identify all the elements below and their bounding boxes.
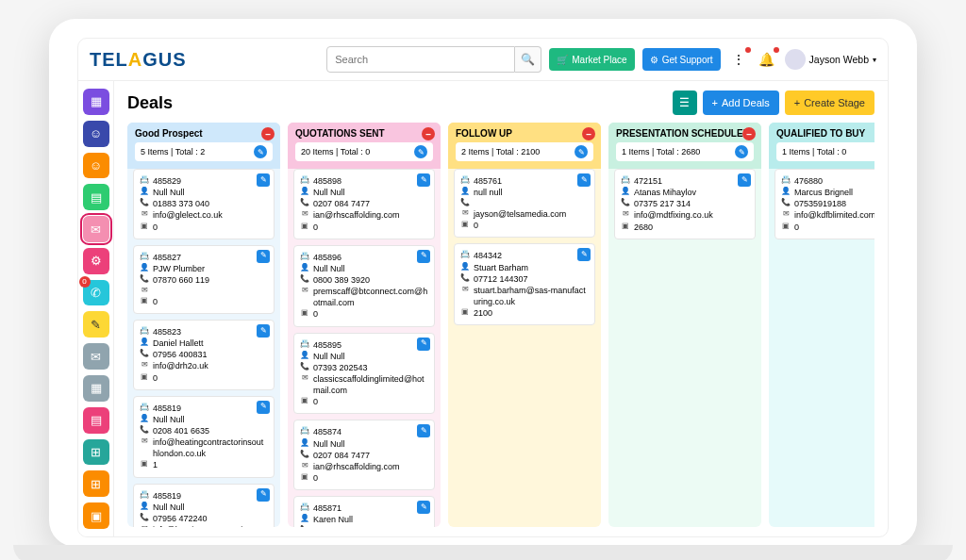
sidebar-item-3[interactable]: ▤	[83, 184, 109, 210]
sidebar-item-2[interactable]: ☺	[83, 153, 109, 179]
search-input[interactable]	[326, 46, 515, 73]
edit-deal-button[interactable]: ✎	[417, 250, 430, 263]
chevron-down-icon: ▾	[873, 56, 876, 64]
deal-id-icon: 📇	[140, 490, 149, 501]
deal-email-icon: ✉	[140, 286, 149, 296]
deal-phone: 07535919188	[794, 198, 846, 209]
deal-value: 0	[153, 372, 158, 384]
deal-card[interactable]: ✎📇485874👤Null Null📞0207 084 7477✉ian@rhs…	[293, 420, 435, 490]
deal-contact-icon: 👤	[140, 502, 149, 512]
edit-deal-button[interactable]: ✎	[577, 248, 591, 261]
deal-id-icon: 📇	[460, 250, 470, 260]
notifications-button[interactable]: 🔔	[757, 49, 777, 70]
edit-deal-button[interactable]: ✎	[257, 401, 270, 414]
deal-id-icon: 📇	[300, 339, 309, 350]
deal-phone-icon: 📞	[140, 349, 149, 359]
deal-card[interactable]: ✎📇485761👤null null📞✉jayson@telsamedia.co…	[454, 169, 595, 238]
deal-value-icon: ▣	[140, 372, 149, 383]
list-view-button[interactable]: ☰	[673, 91, 697, 115]
edit-column-button[interactable]: ✎	[254, 145, 267, 158]
edit-deal-button[interactable]: ✎	[257, 173, 270, 187]
sidebar-item-7[interactable]: ✎	[83, 311, 109, 338]
deal-contact: Null Null	[153, 414, 185, 425]
edit-deal-button[interactable]: ✎	[257, 488, 270, 502]
deal-card[interactable]: ✎📇485819👤Null Null📞07956 472240✉info@hea…	[133, 484, 275, 527]
add-deals-button[interactable]: +Add Deals	[703, 91, 779, 115]
deal-email-icon: ✉	[300, 461, 309, 471]
deal-card[interactable]: ✎📇485827👤PJW Plumber📞07870 660 119✉▣0	[133, 245, 275, 314]
edit-deal-button[interactable]: ✎	[257, 324, 270, 338]
deal-card[interactable]: ✎📇484342👤Stuart Barham📞07712 144307✉stua…	[454, 243, 595, 325]
deal-value-icon: ▣	[781, 222, 791, 232]
edit-deal-button[interactable]: ✎	[417, 501, 430, 514]
deal-card[interactable]: ✎📇485823👤Daniel Hallett📞07956 400831✉inf…	[133, 320, 275, 390]
column-items-count: 1 Items | Total : 2680	[622, 147, 700, 156]
deal-contact-icon: 👤	[140, 414, 149, 424]
sidebar-item-8[interactable]: ✉	[83, 343, 109, 370]
edit-column-button[interactable]: ✎	[414, 145, 427, 158]
deal-phone-icon: 📞	[300, 274, 309, 285]
deal-contact-icon: 👤	[140, 187, 149, 197]
deal-contact-icon: 👤	[300, 438, 309, 449]
deal-card[interactable]: ✎📇485896👤Null Null📞0800 389 3920✉premsca…	[293, 245, 435, 327]
delete-column-button[interactable]: –	[261, 127, 275, 140]
sidebar-item-10[interactable]: ▤	[83, 407, 109, 434]
edit-deal-button[interactable]: ✎	[417, 424, 430, 437]
more-menu[interactable]: ⋮	[728, 49, 749, 70]
column-header: QUOTATIONS SENT–	[288, 123, 441, 142]
edit-deal-button[interactable]: ✎	[738, 173, 751, 187]
sidebar-item-1[interactable]: ☺	[83, 121, 109, 147]
delete-column-button[interactable]: –	[742, 127, 756, 140]
delete-column-button[interactable]: –	[422, 127, 435, 140]
deal-id-icon: 📇	[621, 175, 630, 186]
sidebar-item-5[interactable]: ⚙	[83, 248, 109, 274]
deal-card[interactable]: ✎📇485871👤Karen Null📞01223 662164 / 07831…	[293, 496, 435, 527]
deal-value: 0	[153, 222, 158, 233]
delete-column-button[interactable]: –	[582, 127, 595, 140]
sidebar-item-13[interactable]: ▣	[83, 502, 109, 529]
edit-deal-button[interactable]: ✎	[577, 173, 591, 187]
edit-deal-button[interactable]: ✎	[257, 250, 270, 263]
deal-contact: Karen Null	[313, 514, 353, 525]
edit-column-button[interactable]: ✎	[575, 145, 588, 158]
deal-id-icon: 📇	[140, 175, 149, 186]
edit-deal-button[interactable]: ✎	[417, 173, 430, 187]
deal-card[interactable]: ✎📇485895👤Null Null📞07393 202543✉classics…	[293, 333, 435, 415]
column-title: FOLLOW UP	[456, 128, 512, 139]
sidebar-item-11[interactable]: ⊞	[83, 439, 109, 466]
deal-card[interactable]: ✎📇476880👤Marcus Brignell📞07535919188✉inf…	[774, 169, 874, 239]
deal-value: 0	[313, 222, 318, 233]
deal-contact-icon: 👤	[781, 187, 791, 197]
deal-id-icon: 📇	[300, 426, 309, 436]
deal-contact: Null Null	[153, 187, 185, 198]
edit-column-button[interactable]: ✎	[735, 145, 748, 158]
sidebar-item-6[interactable]: ✆0	[83, 280, 109, 306]
market-place-button[interactable]: 🛒 Market Place	[549, 48, 634, 71]
create-stage-button[interactable]: +Create Stage	[785, 91, 874, 115]
deal-phone-icon: 📞	[300, 525, 309, 527]
column-items-count: 20 Items | Total : 0	[301, 147, 370, 156]
deal-email-icon: ✉	[300, 373, 309, 384]
sidebar-item-0[interactable]: ▦	[83, 89, 109, 115]
get-support-button[interactable]: ⚙ Get Support	[642, 48, 721, 71]
user-menu[interactable]: Jayson Webb ▾	[785, 49, 876, 70]
sidebar-item-9[interactable]: ▦	[83, 375, 109, 402]
deal-value-icon: ▣	[300, 222, 309, 232]
deal-card[interactable]: ✎📇485819👤Null Null📞0208 401 6635✉info@he…	[133, 396, 275, 478]
plus-icon: +	[794, 97, 800, 108]
deal-card[interactable]: ✎📇485829👤Null Null📞01883 373 040✉info@gl…	[133, 169, 275, 239]
deal-email: info@drh2o.uk	[153, 360, 208, 371]
deal-id-icon: 📇	[140, 403, 149, 413]
search-icon: 🔍	[521, 53, 535, 66]
sidebar-item-4[interactable]: ✉	[83, 216, 109, 242]
column-title: PRESENTATION SCHEDULED	[616, 128, 750, 139]
app-logo: TELAGUS	[90, 49, 187, 71]
deal-contact-icon: 👤	[140, 263, 149, 273]
deal-card[interactable]: ✎📇472151👤Atanas Mihaylov📞07375 217 314✉i…	[614, 169, 756, 239]
deal-value-icon: ▣	[300, 396, 309, 406]
deal-card[interactable]: ✎📇485898👤Null Null📞0207 084 7477✉ian@rhs…	[293, 169, 435, 239]
sidebar-item-12[interactable]: ⊞	[83, 470, 109, 497]
search-button[interactable]: 🔍	[515, 46, 541, 73]
deal-contact-icon: 👤	[140, 338, 149, 348]
edit-deal-button[interactable]: ✎	[417, 338, 430, 351]
